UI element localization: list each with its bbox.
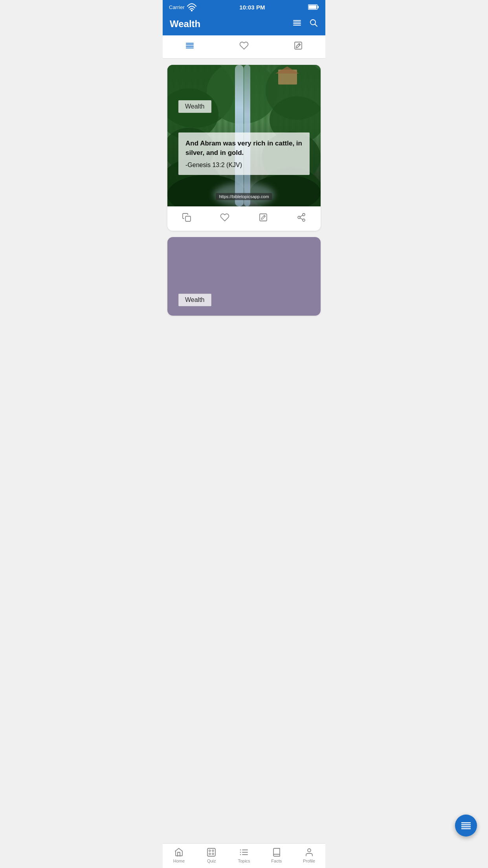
status-bar: Carrier 10:03 PM <box>163 0 325 14</box>
carrier-text: Carrier <box>169 4 185 10</box>
wifi-icon <box>187 2 196 12</box>
toolbar-list-button[interactable] <box>185 41 194 53</box>
header-list-button[interactable] <box>292 18 302 30</box>
status-right <box>308 4 319 10</box>
share-icon <box>297 213 306 222</box>
svg-rect-3 <box>309 6 317 9</box>
toolbar-edit-icon <box>294 41 303 50</box>
sub-toolbar <box>163 35 325 59</box>
card-1-image: Wealth And Abram was very rich in cattle… <box>167 65 321 206</box>
card-1: Wealth And Abram was very rich in cattle… <box>167 65 321 231</box>
battery-icon <box>308 4 319 10</box>
svg-rect-2 <box>317 6 319 8</box>
page-wrapper: Carrier 10:03 PM Wealth <box>163 0 325 349</box>
card-1-wealth-tag: Wealth <box>178 100 211 113</box>
card-1-quote-box: And Abram was very rich in cattle, in si… <box>178 132 310 175</box>
main-content: Wealth And Abram was very rich in cattle… <box>163 59 325 322</box>
card-2-wealth-tag: Wealth <box>178 294 211 306</box>
card-1-actions <box>167 206 321 231</box>
card-2: Wealth <box>167 237 321 316</box>
svg-rect-16 <box>185 216 191 221</box>
toolbar-edit-button[interactable] <box>294 41 303 53</box>
card-1-copy-button[interactable] <box>182 213 191 224</box>
card-1-share-button[interactable] <box>297 213 306 224</box>
svg-rect-17 <box>260 214 267 221</box>
header-search-button[interactable] <box>309 18 318 30</box>
svg-point-0 <box>191 10 192 11</box>
card-1-edit-button[interactable] <box>259 213 268 224</box>
header-list-icon <box>292 18 302 28</box>
svg-line-23 <box>300 215 303 217</box>
card-1-quote-text: And Abram was very rich in cattle, in si… <box>185 139 303 158</box>
app-title: Wealth <box>170 18 200 29</box>
card-1-heart-button[interactable] <box>220 213 229 224</box>
app-header: Wealth <box>163 14 325 35</box>
header-search-icon <box>309 18 318 28</box>
toolbar-list-icon <box>185 41 194 50</box>
toolbar-heart-button[interactable] <box>239 41 249 53</box>
status-time: 10:03 PM <box>239 4 265 11</box>
status-left: Carrier <box>169 2 196 12</box>
svg-rect-14 <box>295 42 302 49</box>
card-2-image: Wealth <box>167 237 321 316</box>
edit-icon <box>259 213 268 222</box>
card-1-watermark: https://bibletopicsapp.com <box>216 193 272 200</box>
svg-line-9 <box>315 24 317 27</box>
copy-icon <box>182 213 191 222</box>
heart-icon <box>220 213 229 222</box>
svg-line-22 <box>300 218 303 220</box>
svg-line-18 <box>264 216 265 217</box>
toolbar-heart-icon <box>239 41 249 50</box>
card-1-quote-ref: -Genesis 13:2 (KJV) <box>185 162 303 169</box>
header-icons <box>292 18 318 30</box>
